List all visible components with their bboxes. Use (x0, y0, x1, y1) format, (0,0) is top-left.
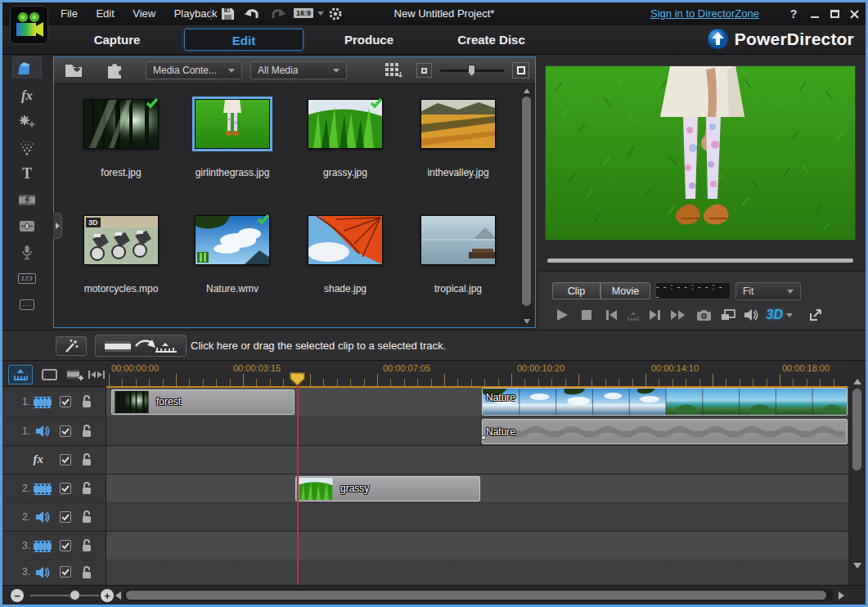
magic-tools-button[interactable] (56, 336, 87, 356)
track-enable-checkbox[interactable] (60, 511, 71, 523)
media-item-motorcycles[interactable]: 3D (83, 215, 159, 265)
snapshot-button[interactable] (693, 305, 714, 325)
settings-button[interactable] (326, 6, 344, 22)
sidebar-item-effect-room[interactable]: fx (12, 84, 42, 106)
play-button[interactable] (551, 305, 573, 325)
menu-view[interactable]: View (125, 2, 163, 25)
timeline-scrollbar-thumb[interactable] (852, 389, 861, 470)
clip-forest[interactable]: forest (111, 389, 295, 415)
track-enable-checkbox[interactable] (60, 540, 71, 551)
close-button[interactable] (846, 7, 862, 21)
slider-handle[interactable] (468, 65, 475, 76)
next-frame-button[interactable] (645, 305, 666, 325)
preview-quality-button[interactable] (717, 305, 739, 325)
lock-icon[interactable] (81, 538, 92, 553)
library-display-button[interactable] (385, 62, 403, 83)
media-item-nature[interactable] (195, 215, 270, 265)
track-enable-checkbox[interactable] (60, 483, 71, 494)
library-filter-dropdown[interactable]: All Media (250, 61, 347, 79)
timeline-zoom-slider[interactable] (30, 595, 99, 596)
sidebar-item-pip-objects-room[interactable] (12, 110, 42, 133)
sidebar-item-subtitle-room[interactable]: - - - (12, 294, 42, 316)
track-enable-checkbox[interactable] (60, 396, 71, 407)
timeline-lanes[interactable]: forest Nature (106, 387, 848, 585)
aspect-ratio-caret-icon[interactable] (317, 11, 324, 16)
sidebar-item-particle-room[interactable] (12, 137, 42, 159)
movie-mode-button[interactable]: Movie (600, 282, 650, 299)
media-item-forest[interactable] (83, 99, 159, 149)
help-button[interactable]: ? (785, 7, 802, 21)
lane-audio3[interactable] (106, 560, 848, 585)
tab-capture[interactable]: Capture (80, 25, 154, 55)
sidebar-item-transition-room[interactable] (12, 189, 42, 211)
3d-mode-button[interactable]: 3D (764, 305, 795, 325)
aspect-ratio-selector[interactable]: 16:9 (294, 8, 313, 18)
redo-button[interactable] (269, 6, 287, 22)
clip-mode-button[interactable]: Clip (552, 282, 600, 299)
track-enable-checkbox[interactable] (60, 425, 71, 437)
scroll-up-icon[interactable] (853, 379, 861, 384)
media-item-girlinthegrass[interactable] (195, 99, 270, 149)
timeline-hscrollbar-thumb[interactable] (126, 591, 826, 600)
library-collapse-handle[interactable] (53, 213, 62, 239)
scroll-right-icon[interactable] (839, 591, 844, 600)
library-category-dropdown[interactable]: Media Conte... (146, 61, 242, 79)
lane-video3[interactable] (106, 532, 848, 560)
clip-nature-video[interactable]: Nature (482, 388, 848, 416)
small-thumbnails-button[interactable] (416, 63, 432, 78)
save-button[interactable] (218, 6, 236, 22)
media-item-grassy[interactable] (308, 99, 383, 149)
signin-directorzone-link[interactable]: Sign in to DirectorZone (650, 2, 759, 25)
timeline-view-button[interactable] (8, 365, 33, 384)
seek-marker-button[interactable] (623, 305, 644, 325)
import-media-button[interactable] (64, 61, 85, 83)
tab-produce[interactable]: Produce (331, 25, 407, 55)
timeline-horizontal-scrollbar[interactable] (124, 589, 834, 601)
lane-audio2[interactable] (106, 503, 848, 532)
lock-icon[interactable] (81, 424, 92, 438)
library-scrollbar[interactable] (520, 87, 533, 326)
fast-forward-button[interactable] (668, 305, 689, 325)
minimize-button[interactable] (807, 7, 823, 21)
tab-create-disc[interactable]: Create Disc (448, 25, 534, 55)
undo-button[interactable] (243, 6, 261, 22)
storyboard-view-button[interactable] (37, 365, 61, 384)
track-enable-checkbox[interactable] (60, 454, 71, 465)
volume-keyframe-node[interactable] (481, 435, 486, 440)
preview-zoom-dropdown[interactable]: Fit (735, 282, 801, 300)
sidebar-item-chapter-room[interactable]: 123 (12, 268, 42, 290)
menu-file[interactable]: File (53, 2, 85, 25)
lane-fx[interactable] (106, 446, 848, 474)
range-select-button[interactable] (87, 365, 106, 384)
track-manager-button[interactable] (63, 365, 88, 384)
timeline-vertical-scrollbar[interactable] (851, 362, 863, 583)
sidebar-item-audio-mixing-room[interactable] (12, 215, 42, 237)
menu-edit[interactable]: Edit (88, 2, 121, 25)
large-thumbnails-button[interactable] (512, 62, 529, 79)
scroll-down-icon[interactable] (524, 319, 530, 324)
zoom-slider-handle[interactable] (70, 590, 80, 600)
tab-edit[interactable]: Edit (184, 29, 304, 51)
zoom-out-button[interactable]: − (11, 589, 24, 602)
zoom-in-button[interactable]: + (101, 589, 114, 602)
thumbnail-size-slider[interactable] (440, 70, 504, 72)
preview-seekbar[interactable] (547, 259, 853, 263)
previous-frame-button[interactable] (600, 305, 622, 325)
preview-video[interactable] (545, 65, 856, 241)
sidebar-item-title-room[interactable]: T (12, 163, 42, 185)
lock-icon[interactable] (81, 565, 92, 580)
volume-button[interactable] (740, 305, 762, 325)
scroll-up-icon[interactable] (524, 88, 530, 93)
playhead-line[interactable] (297, 380, 299, 585)
library-scrollbar-thumb[interactable] (522, 97, 531, 306)
playhead-marker[interactable] (290, 372, 305, 389)
sidebar-item-voiceover-room[interactable] (12, 241, 42, 263)
media-item-shade[interactable] (308, 215, 383, 265)
sidebar-item-media-room[interactable] (12, 56, 42, 79)
clip-grassy[interactable]: grassy (295, 476, 480, 501)
scroll-left-icon[interactable] (115, 591, 121, 600)
lock-icon[interactable] (81, 394, 92, 409)
undock-preview-button[interactable] (805, 305, 826, 325)
track-enable-checkbox[interactable] (60, 566, 71, 578)
maximize-button[interactable] (826, 7, 843, 21)
